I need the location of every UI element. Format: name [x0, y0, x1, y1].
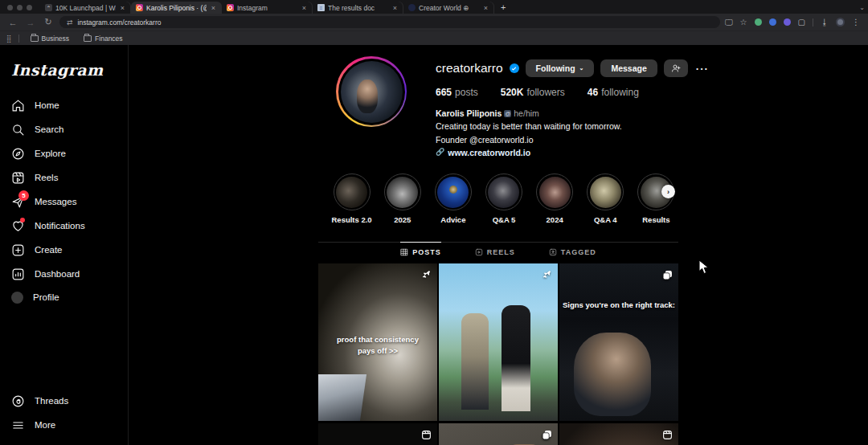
highlight-2024[interactable]: 2024	[533, 174, 577, 224]
sidebar-item-create[interactable]: Create	[10, 238, 118, 262]
threads-badge-icon[interactable]: @	[504, 110, 511, 117]
extension-frame-icon[interactable]: ▢	[798, 18, 805, 27]
highlight-qa5[interactable]: Q&A 5	[481, 174, 526, 224]
mouse-cursor	[698, 259, 709, 275]
profile-photo-story-ring[interactable]	[336, 56, 407, 127]
new-tab-button[interactable]: +	[494, 2, 512, 14]
post-overlay-text: Signs you're on the right track:	[559, 300, 678, 309]
browser-menu-kebab-icon[interactable]: ⋮	[852, 18, 860, 27]
post-consistency[interactable]: proof that consistency pays off >>	[318, 263, 437, 421]
sidebar-item-dashboard[interactable]: Dashboard	[10, 262, 118, 286]
close-tab-icon[interactable]: ×	[119, 4, 126, 12]
messages-badge: 5	[18, 190, 29, 201]
minimize-window-button[interactable]	[17, 5, 23, 10]
tab-results-doc[interactable]: ≡ The results doc ×	[313, 2, 403, 14]
tab-posts[interactable]: POSTS	[400, 242, 441, 261]
close-tab-icon[interactable]: ×	[391, 4, 399, 12]
site-info-icon[interactable]: ⇄	[67, 18, 73, 27]
sidebar-item-threads[interactable]: Threads	[10, 389, 118, 413]
maximize-window-button[interactable]	[27, 5, 32, 10]
sidebar-item-explore[interactable]: Explore	[10, 141, 118, 165]
extension-green-icon[interactable]	[755, 18, 762, 26]
highlight-qa4[interactable]: Q&A 4	[583, 174, 628, 224]
highlight-thumb	[437, 177, 469, 208]
tab-reels[interactable]: REELS	[475, 242, 515, 261]
website-link[interactable]: 🔗 www.creatorworld.io	[436, 146, 709, 159]
bookmark-label: Business	[42, 35, 70, 43]
tab-search-chevron-icon[interactable]: ⌄	[859, 4, 865, 11]
chevron-down-icon: ⌄	[579, 65, 584, 71]
highlight-advice[interactable]: Advice	[431, 174, 475, 224]
highlight-2025[interactable]: 2025	[380, 174, 424, 224]
post-right-track[interactable]: Signs you're on the right track:	[559, 263, 678, 421]
sidebar-item-reels[interactable]: Reels	[10, 165, 118, 190]
options-kebab-icon[interactable]: ···	[694, 63, 709, 75]
highlight-thumb	[539, 177, 571, 208]
profile-photo[interactable]	[341, 61, 403, 123]
sidebar-item-notifications[interactable]: Notifications	[10, 214, 118, 238]
sidebar-item-search[interactable]: Search	[10, 117, 118, 141]
instagram-main: creatorkarro Following ⌄ Message ···	[129, 45, 868, 445]
posts-grid: proof that consistency pays off >> Signs…	[318, 263, 678, 445]
highlight-thumb	[590, 177, 621, 208]
sidebar-item-more[interactable]: More	[10, 413, 118, 437]
tab-whop[interactable]: ⌃ 10K Launchpad | Whop ×	[40, 2, 131, 14]
close-tab-icon[interactable]: ×	[210, 4, 217, 12]
window-controls[interactable]	[0, 5, 40, 14]
close-tab-icon[interactable]: ×	[301, 4, 308, 12]
bookmark-star-icon[interactable]: ☆	[740, 18, 747, 27]
extension-blue-icon[interactable]	[769, 18, 776, 26]
post-skills-i-wish[interactable]: Skills I Wish I	[439, 423, 558, 445]
bookmark-folder-business[interactable]: Business	[26, 35, 75, 43]
similar-accounts-button[interactable]	[664, 59, 688, 77]
close-window-button[interactable]	[7, 5, 13, 10]
tab-label: REELS	[487, 248, 515, 256]
story-highlights: Results 2.0 2025 Advice Q&A 5 2024	[318, 159, 678, 224]
highlight-results-2-0[interactable]: Results 2.0	[330, 174, 374, 224]
instagram-favicon	[227, 4, 234, 11]
highlight-results[interactable]: Results	[634, 174, 678, 224]
sidebar-item-label: Home	[35, 100, 59, 110]
reload-button[interactable]: ↻	[42, 17, 55, 27]
sidebar-item-label: Reels	[35, 173, 58, 182]
back-button[interactable]: ←	[6, 18, 19, 27]
address-bar[interactable]: ⇄ instagram.com/creatorkarro	[59, 16, 720, 28]
instagram-logo[interactable]: Instagram	[10, 56, 118, 93]
following-button[interactable]: Following ⌄	[526, 59, 595, 77]
forward-button[interactable]: →	[24, 18, 37, 27]
close-tab-icon[interactable]: ×	[482, 4, 489, 12]
browser-profile-avatar[interactable]	[836, 18, 845, 27]
tab-instagram-profile[interactable]: Karolis Piliponis · (@creato ×	[131, 2, 222, 14]
tab-instagram[interactable]: Instagram ×	[222, 2, 313, 14]
folder-icon	[31, 35, 39, 42]
following-stat[interactable]: 46following	[588, 87, 639, 98]
url-text[interactable]: instagram.com/creatorkarro	[78, 18, 162, 27]
profile-avatar-icon	[11, 292, 23, 304]
content-tabs: POSTS REELS TAGGED	[318, 242, 678, 261]
highlight-thumb	[387, 177, 418, 208]
bookmark-folder-finances[interactable]: Finances	[79, 35, 128, 43]
extension-purple-icon[interactable]	[784, 18, 791, 26]
followers-stat[interactable]: 520Kfollowers	[501, 87, 565, 98]
tab-tagged[interactable]: TAGGED	[549, 242, 596, 261]
apps-grid-icon[interactable]: ⣿	[6, 35, 12, 43]
sidebar-item-label: Dashboard	[35, 269, 80, 279]
post-building-future[interactable]: Building the future you	[318, 423, 437, 445]
post-camera-selfie[interactable]	[559, 423, 678, 445]
username-row: creatorkarro Following ⌄ Message ···	[436, 59, 709, 77]
sidebar-item-label: Create	[35, 245, 63, 255]
post-skyline-duo[interactable]	[439, 263, 558, 421]
sidebar-item-home[interactable]: Home	[10, 93, 118, 117]
tab-creator-world[interactable]: Creator World ⊕ ×	[403, 2, 494, 14]
message-button[interactable]: Message	[600, 59, 657, 77]
highlights-next-button[interactable]: ›	[661, 185, 675, 198]
sidebar-item-profile[interactable]: Profile	[10, 286, 118, 308]
compass-icon	[11, 147, 25, 161]
sidebar-item-messages[interactable]: 5 Messages	[10, 190, 118, 214]
downloads-icon[interactable]: ⭳	[821, 18, 829, 27]
highlight-label: 2024	[547, 215, 563, 224]
browser-chrome: ⌃ 10K Launchpad | Whop × Karolis Pilipon…	[0, 0, 868, 45]
bookmarks-bar: ⣿ Business Finances	[0, 31, 868, 45]
world-favicon	[408, 4, 416, 11]
send-to-device-icon[interactable]: 🖵	[725, 18, 733, 27]
